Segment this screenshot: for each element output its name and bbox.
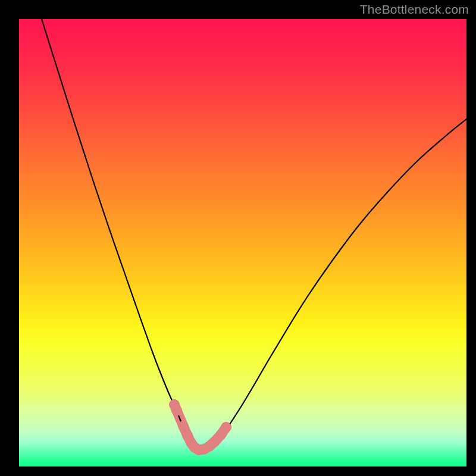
curve-layer (19, 19, 466, 466)
svg-point-2 (171, 405, 182, 416)
highlight-markers-over (169, 399, 231, 455)
plot-area (19, 19, 466, 466)
watermark-text: TheBottleneck.com (360, 2, 469, 17)
svg-point-12 (221, 422, 231, 433)
svg-point-3 (178, 421, 189, 431)
chart-frame: TheBottleneck.com (0, 0, 476, 476)
bottleneck-curve (42, 19, 466, 451)
